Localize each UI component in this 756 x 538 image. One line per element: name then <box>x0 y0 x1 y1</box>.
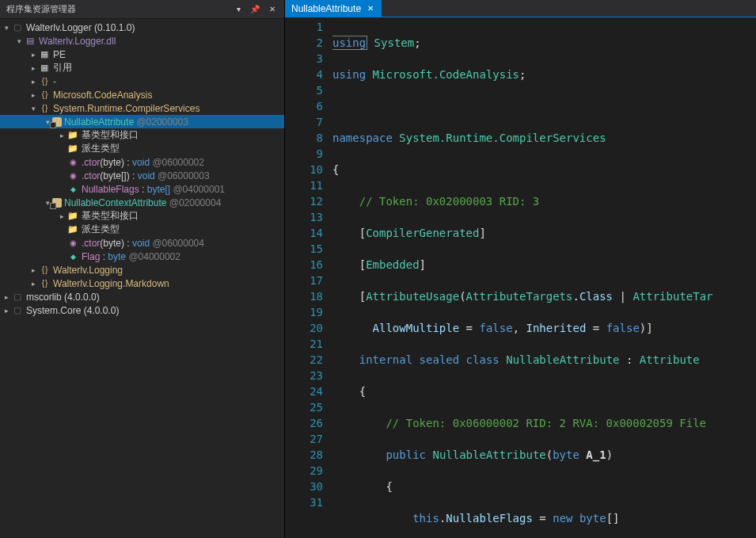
method-icon <box>66 237 79 250</box>
panel-header: 程序集资源管理器 ▾ 📌 ✕ <box>0 0 284 19</box>
tree-ns[interactable]: ▾ System.Runtime.CompilerServices <box>0 101 284 115</box>
assembly-explorer-panel: 程序集资源管理器 ▾ 📌 ✕ ▾ Walterlv.Logger (0.10.1… <box>0 0 285 538</box>
tree-label: 派生类型 <box>82 223 120 236</box>
tree-method[interactable]: .ctor(byte[]) : void @06000003 <box>0 169 284 182</box>
twisty-icon[interactable]: ▸ <box>28 51 38 59</box>
tree-pe[interactable]: ▸ ▦ PE <box>0 48 284 61</box>
assembly-tree[interactable]: ▾ Walterlv.Logger (0.10.1.0) ▾ Walterlv.… <box>0 19 284 538</box>
tree-asm[interactable]: ▸ mscorlib (4.0.0.0) <box>0 290 284 303</box>
pin-icon[interactable]: 📌 <box>248 5 262 13</box>
tree-class[interactable]: ▾ NullableAttribute @02000003 <box>0 115 284 128</box>
tree-label: PE <box>53 49 66 60</box>
namespace-icon <box>38 102 51 115</box>
namespace-icon <box>38 277 51 290</box>
tree-label: NullableContextAttribute @02000004 <box>64 197 221 208</box>
tree-asm[interactable]: ▸ System.Core (4.0.0.0) <box>0 303 284 317</box>
folder-icon <box>66 210 79 223</box>
twisty-icon[interactable]: ▸ <box>28 266 38 274</box>
code-content[interactable]: using System; using Microsoft.CodeAnalys… <box>332 17 756 538</box>
panel-title: 程序集资源管理器 <box>6 3 230 15</box>
tree-folder[interactable]: ▸ 基类型和接口 <box>0 209 284 223</box>
tree-label: NullableAttribute @02000003 <box>64 116 188 128</box>
tree-ns[interactable]: ▸ Microsoft.CodeAnalysis <box>0 88 284 101</box>
twisty-icon[interactable]: ▸ <box>28 64 38 72</box>
tree-label: .ctor(byte) : void @06000002 <box>82 157 204 168</box>
tree-label: Walterlv.Logging <box>53 265 123 276</box>
tree-label: System.Core (4.0.0.0) <box>26 305 119 316</box>
twisty-icon[interactable]: ▸ <box>28 280 38 288</box>
folder-icon <box>66 223 79 236</box>
tree-class[interactable]: ▾ NullableContextAttribute @02000004 <box>0 196 284 209</box>
tree-asm-root[interactable]: ▾ Walterlv.Logger (0.10.1.0) <box>0 21 284 34</box>
twisty-icon[interactable]: ▸ <box>2 307 11 315</box>
field-icon <box>66 183 79 196</box>
tree-label: Walterlv.Logging.Markdown <box>53 278 169 289</box>
code-editor[interactable]: 1234567891011121314151617181920212223242… <box>285 17 756 538</box>
tree-dll[interactable]: ▾ Walterlv.Logger.dll <box>0 34 284 48</box>
tree-label: Microsoft.CodeAnalysis <box>53 90 152 101</box>
tree-method[interactable]: .ctor(byte) : void @06000004 <box>0 236 284 250</box>
tree-ns[interactable]: ▸ Walterlv.Logging.Markdown <box>0 277 284 290</box>
close-tab-icon[interactable]: ✕ <box>366 4 375 13</box>
twisty-icon[interactable]: ▸ <box>28 78 38 86</box>
tree-label: Walterlv.Logger.dll <box>39 36 116 47</box>
editor-pane: NullableAttribute ✕ 12345678910111213141… <box>285 0 756 538</box>
assembly-icon <box>11 21 24 34</box>
method-icon <box>66 170 79 182</box>
assembly-icon <box>11 291 24 303</box>
dropdown-icon[interactable]: ▾ <box>234 5 243 13</box>
field-icon <box>66 250 79 263</box>
tab-bar: NullableAttribute ✕ <box>285 0 756 17</box>
tree-label: .ctor(byte[]) : void @06000003 <box>82 170 210 181</box>
tree-label: 引用 <box>53 61 72 74</box>
class-icon <box>52 198 62 208</box>
namespace-icon <box>38 89 51 101</box>
assembly-icon <box>11 304 24 317</box>
twisty-icon[interactable]: ▾ <box>2 24 11 32</box>
tree-label: 基类型和接口 <box>82 128 139 142</box>
tab-label: NullableAttribute <box>291 3 361 14</box>
twisty-icon[interactable]: ▾ <box>28 105 38 113</box>
tree-field[interactable]: NullableFlags : byte[] @04000001 <box>0 182 284 196</box>
tree-label: 基类型和接口 <box>82 209 139 223</box>
twisty-icon[interactable]: ▸ <box>57 132 66 139</box>
module-icon <box>24 35 36 48</box>
line-gutter: 1234567891011121314151617181920212223242… <box>285 17 332 538</box>
close-icon[interactable]: ✕ <box>267 5 278 13</box>
tree-folder[interactable]: ▸ 基类型和接口 <box>0 128 284 142</box>
tree-folder[interactable]: 派生类型 <box>0 142 284 155</box>
tree-method[interactable]: .ctor(byte) : void @06000002 <box>0 155 284 169</box>
namespace-icon <box>38 264 51 277</box>
tree-label: Flag : byte @04000002 <box>82 251 180 262</box>
tree-label: Walterlv.Logger (0.10.1.0) <box>26 22 135 33</box>
pe-icon: ▦ <box>38 48 51 61</box>
tree-label: 派生类型 <box>82 142 120 155</box>
tree-label: mscorlib (4.0.0.0) <box>26 292 100 303</box>
method-icon <box>66 156 79 169</box>
refs-icon: ▦ <box>38 62 51 74</box>
twisty-icon[interactable]: ▸ <box>2 293 11 301</box>
class-icon <box>52 117 62 127</box>
namespace-icon <box>38 75 51 88</box>
tree-ns[interactable]: ▸ Walterlv.Logging <box>0 263 284 277</box>
twisty-icon[interactable]: ▾ <box>14 37 24 45</box>
tree-label: NullableFlags : byte[] @04000001 <box>82 184 225 195</box>
tab-nullableattribute[interactable]: NullableAttribute ✕ <box>285 0 382 17</box>
tree-refs[interactable]: ▸ ▦ 引用 <box>0 61 284 74</box>
twisty-icon[interactable]: ▸ <box>57 212 66 220</box>
tree-label: System.Runtime.CompilerServices <box>53 103 199 114</box>
tree-folder[interactable]: 派生类型 <box>0 223 284 236</box>
tree-label: - <box>53 76 56 87</box>
tree-field[interactable]: Flag : byte @04000002 <box>0 250 284 263</box>
tree-ns-dash[interactable]: ▸ - <box>0 74 284 88</box>
twisty-icon[interactable]: ▸ <box>28 91 38 99</box>
folder-icon <box>66 129 79 142</box>
tree-label: .ctor(byte) : void @06000004 <box>82 238 204 249</box>
folder-icon <box>66 143 79 155</box>
